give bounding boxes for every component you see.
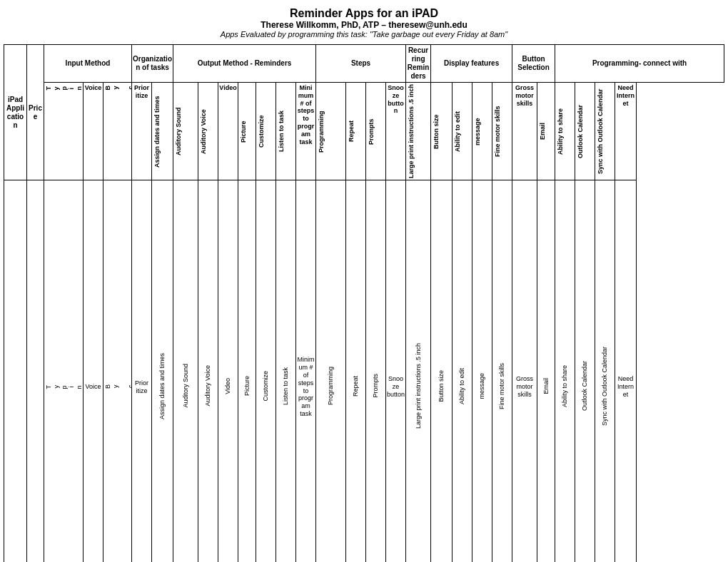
cell-bycat: B y c a t e g o r y <box>103 180 132 562</box>
cell-sync: Sync with Outlook Calendar <box>595 180 615 562</box>
th-ipad: iPad Application <box>4 45 27 180</box>
th-ability-edit: Ability to edit <box>453 83 472 180</box>
th-message: message <box>472 83 492 180</box>
th-prog: Programming <box>316 83 346 180</box>
cell-prompts: Prompts <box>366 180 386 562</box>
th-bycat: B y c a t e g o r y <box>103 83 132 180</box>
th-steps: Steps <box>316 45 406 83</box>
th-typing: T y p i n g <box>44 83 84 180</box>
cell-gross-motor: Gross motor skills <box>512 180 537 562</box>
cell-assign: Assign dates and times <box>152 180 173 562</box>
subtitle2: Apps Evaluated by programming this task:… <box>4 30 724 39</box>
th-outlook: Outlook Calendar <box>575 83 595 180</box>
th-recurring: Recurring Reminders <box>406 45 431 83</box>
cell-repeat: Repeat <box>346 180 366 562</box>
th-snooze: Snooze button <box>386 83 406 180</box>
cell-email: Email <box>537 180 555 562</box>
th-voice: Voice <box>84 83 103 180</box>
th-output: Output Method - Reminders <box>173 45 316 83</box>
th-large-print: Large print instructions .5 inch <box>406 83 431 180</box>
th-price: Price <box>27 45 44 180</box>
th-min-steps: Minimum # of steps to program task <box>296 83 316 180</box>
cell-message: message <box>472 180 492 562</box>
th-programming: Programming- connect with <box>555 45 724 83</box>
th-fine-motor: Fine motor skills <box>492 83 512 180</box>
cell-min-steps: Minimum # of steps to program task <box>296 180 316 562</box>
th-button: Button Selection <box>512 45 555 83</box>
cell-snooze: Snooze button <box>386 180 406 562</box>
th-need-internet: Need Internet <box>615 83 637 180</box>
th-video: Video <box>218 83 238 180</box>
th-btn-size: Button size <box>431 83 453 180</box>
th-listen: Listen to task <box>276 83 296 180</box>
cell-picture: Picture <box>238 180 256 562</box>
cell-ability-edit: Ability to edit <box>453 180 472 562</box>
th-input-method: Input Method <box>44 45 132 83</box>
subtitle: Therese Willkomm, PhD, ATP – theresew@un… <box>4 20 724 30</box>
th-assign: Assign dates and times <box>152 83 173 180</box>
header-row-2: T y p i n g Voice B y c a t e g o r y Pr… <box>4 83 724 180</box>
th-prompts: Prompts <box>366 83 386 180</box>
cell-prior: Prior itize <box>132 180 152 562</box>
th-org: Organization of tasks <box>132 45 173 83</box>
cell-price <box>27 180 44 562</box>
header-row-1: iPad Application Price Input Method Orga… <box>4 45 724 83</box>
page-container: Reminder Apps for an iPAD Therese Willko… <box>0 0 728 562</box>
cell-need-internet: Need Internet <box>615 180 637 562</box>
th-prior: Prior itize <box>132 83 152 180</box>
cell-fine-motor: Fine motor skills <box>492 180 512 562</box>
cell-ipad <box>4 180 27 562</box>
cell-large: Large print instructions .5 inch <box>406 180 431 562</box>
th-sync: Sync with Outlook Calendar <box>595 83 615 180</box>
page-title: Reminder Apps for an iPAD <box>4 7 724 20</box>
cell-btn-size: Button size <box>431 180 453 562</box>
table-wrapper: iPad Application Price Input Method Orga… <box>4 44 724 562</box>
main-table: iPad Application Price Input Method Orga… <box>4 44 724 562</box>
cell-aud-voice: Auditory Voice <box>198 180 218 562</box>
cell-aud-sound: Auditory Sound <box>173 180 198 562</box>
cell-outlook: Outlook Calendar <box>575 180 595 562</box>
th-repeat: Repeat <box>346 83 366 180</box>
th-ability-share: Ability to share <box>555 83 575 180</box>
th-picture: Picture <box>238 83 256 180</box>
th-customize: Customize <box>256 83 276 180</box>
table-row: T y p i n g Voice B y c a t e g o r y Pr… <box>4 180 724 562</box>
th-display: Display features <box>431 45 512 83</box>
cell-ability-share: Ability to share <box>555 180 575 562</box>
cell-customize: Customize <box>256 180 276 562</box>
th-aud-voice: Auditory Voice <box>198 83 218 180</box>
th-email: Email <box>537 83 555 180</box>
cell-prog: Programming <box>316 180 346 562</box>
page-header: Reminder Apps for an iPAD Therese Willko… <box>4 7 724 39</box>
cell-voice: Voice <box>84 180 103 562</box>
cell-listen: Listen to task <box>276 180 296 562</box>
th-aud-sound: Auditory Sound <box>173 83 198 180</box>
cell-video: Video <box>218 180 238 562</box>
th-gross-motor: Gross motor skills <box>512 83 537 180</box>
cell-typing: T y p i n g <box>44 180 84 562</box>
